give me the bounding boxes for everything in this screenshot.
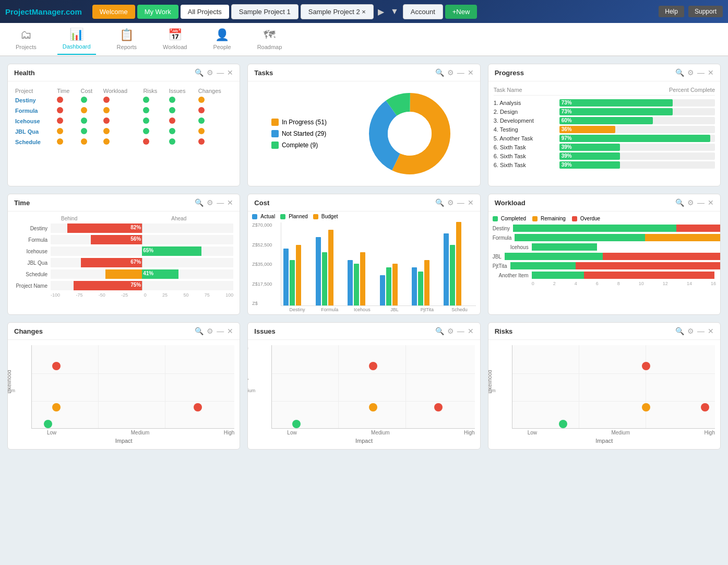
changes-grid xyxy=(31,345,234,429)
progress-search-icon[interactable]: 🔍 xyxy=(675,68,684,77)
risks-close-icon[interactable]: ✕ xyxy=(708,327,714,335)
issues-x-labels: LowMediumHigh xyxy=(271,430,474,435)
scatter-dot xyxy=(369,362,377,370)
tasks-close-icon[interactable]: ✕ xyxy=(468,68,474,77)
support-button[interactable]: Support xyxy=(688,6,723,17)
progress-minimize-icon[interactable]: — xyxy=(697,68,705,77)
issues-minimize-icon[interactable]: — xyxy=(457,327,464,335)
cost-y1: Z$17,500 xyxy=(252,281,279,287)
progress-bar-label: 36% xyxy=(562,126,572,132)
progress-close-icon[interactable]: ✕ xyxy=(708,68,714,77)
health-search-icon[interactable]: 🔍 xyxy=(195,68,204,77)
time-search-icon[interactable]: 🔍 xyxy=(195,198,204,207)
workload-close-icon[interactable]: ✕ xyxy=(708,198,714,207)
changes-minimize-icon[interactable]: — xyxy=(217,327,224,335)
progress-row: 5. Another Task 97% xyxy=(494,135,715,142)
progress-panel-icons: 🔍 ⚙ — ✕ xyxy=(675,68,714,77)
changes-close-icon[interactable]: ✕ xyxy=(227,327,233,335)
health-project-name[interactable]: JBL Qua xyxy=(13,126,55,137)
nav-expand-arrow[interactable]: ▶ xyxy=(376,5,386,19)
progress-col-taskname: Task Name xyxy=(494,87,604,93)
cost-actual-bar xyxy=(380,275,385,305)
health-panel: Health 🔍 ⚙ — ✕ Project Time Cost Workloa… xyxy=(7,64,240,186)
health-project-name[interactable]: Destiny xyxy=(13,95,55,105)
cost-minimize-icon[interactable]: — xyxy=(457,198,464,207)
nav-project1[interactable]: Sample Project 1 xyxy=(231,4,299,19)
health-title: Health xyxy=(14,69,35,77)
wl-overdue-bar xyxy=(603,253,721,260)
risks-scatter-wrapper: Likelihood LowMediumHigh LowMediumHigh xyxy=(494,345,715,435)
health-settings-icon[interactable]: ⚙ xyxy=(207,68,213,77)
risks-settings-icon[interactable]: ⚙ xyxy=(687,327,694,335)
changes-panel: Changes 🔍 ⚙ — ✕ Likelihood LowMediumHigh xyxy=(7,322,240,450)
nav-welcome[interactable]: Welcome xyxy=(92,5,135,19)
cost-planned-label: Planned xyxy=(289,214,308,219)
wl-row-label: Destiny xyxy=(493,226,513,231)
nav-dropdown-arrow[interactable]: ▼ xyxy=(388,5,401,18)
changes-x-labels: LowMediumHigh xyxy=(31,430,234,435)
health-project-name[interactable]: Schedule xyxy=(13,137,55,147)
issues-close-icon[interactable]: ✕ xyxy=(468,327,474,335)
nav-reports[interactable]: 📋 Reports xyxy=(112,24,142,54)
cost-actual-bar xyxy=(412,267,417,305)
nav-account[interactable]: Account xyxy=(403,4,443,19)
progress-row: 1. Analysis 73% xyxy=(494,99,715,107)
help-button[interactable]: Help xyxy=(659,6,684,17)
wl-row-bars xyxy=(515,234,721,241)
workload-settings-icon[interactable]: ⚙ xyxy=(687,198,694,207)
cost-settings-icon[interactable]: ⚙ xyxy=(447,198,454,207)
nav-mywork[interactable]: My Work xyxy=(137,5,178,19)
time-row: Project Name 75% xyxy=(14,281,233,290)
health-row: Schedule xyxy=(13,137,234,147)
health-minimize-icon[interactable]: — xyxy=(217,68,224,77)
progress-bar-label: 73% xyxy=(562,109,572,114)
cost-budget-bar xyxy=(328,230,333,305)
changes-settings-icon[interactable]: ⚙ xyxy=(207,327,213,335)
time-header: Time 🔍 ⚙ — ✕ xyxy=(8,194,240,211)
dashboard-icon: 📊 xyxy=(69,28,83,41)
people-icon: 👤 xyxy=(215,28,229,42)
health-project-name[interactable]: Formula xyxy=(13,105,55,116)
nav-allprojects[interactable]: All Projects xyxy=(181,5,229,19)
changes-search-icon[interactable]: 🔍 xyxy=(195,327,204,335)
issues-search-icon[interactable]: 🔍 xyxy=(435,327,444,335)
tasks-settings-icon[interactable]: ⚙ xyxy=(447,68,454,77)
progress-bar-bg: 73% xyxy=(559,99,715,107)
cost-x-label: PjtTita xyxy=(411,307,443,312)
wl-row-bars xyxy=(532,272,716,279)
nav-people[interactable]: 👤 People xyxy=(208,24,236,54)
workload-search-icon[interactable]: 🔍 xyxy=(675,198,684,207)
workload-minimize-icon[interactable]: — xyxy=(697,198,705,207)
time-ahead-label: Ahead xyxy=(171,216,186,221)
progress-task-name: 4. Testing xyxy=(494,126,556,133)
nav-workload[interactable]: 📅 Workload xyxy=(158,24,192,54)
nav-projects[interactable]: 🗂 Projects xyxy=(10,24,42,54)
health-project-name[interactable]: Icehouse xyxy=(13,116,55,126)
risks-minimize-icon[interactable]: — xyxy=(697,327,705,335)
tasks-search-icon[interactable]: 🔍 xyxy=(435,68,444,77)
time-close-icon[interactable]: ✕ xyxy=(227,198,233,207)
progress-bar-bg: 60% xyxy=(559,117,715,124)
nav-new-button[interactable]: +New xyxy=(445,5,478,19)
wl-completed-bar xyxy=(515,234,645,241)
time-axis-labels: Behind Ahead xyxy=(14,216,233,221)
nav-project2[interactable]: Sample Project 2 × xyxy=(301,4,374,19)
risks-search-icon[interactable]: 🔍 xyxy=(675,327,684,335)
cost-search-icon[interactable]: 🔍 xyxy=(435,198,444,207)
cost-close-icon[interactable]: ✕ xyxy=(468,198,474,207)
nav-roadmap[interactable]: 🗺 Roadmap xyxy=(252,24,288,54)
issues-settings-icon[interactable]: ⚙ xyxy=(447,327,454,335)
time-settings-icon[interactable]: ⚙ xyxy=(207,198,213,207)
progress-bar-label: 39% xyxy=(562,153,572,159)
tasks-minimize-icon[interactable]: — xyxy=(457,68,464,77)
cost-group xyxy=(444,222,473,305)
cost-group xyxy=(380,264,410,305)
time-bar-label: JBL Qua xyxy=(14,260,51,266)
legend-complete-label: Complete (9) xyxy=(282,142,318,149)
progress-bar-label: 39% xyxy=(562,144,572,150)
health-close-icon[interactable]: ✕ xyxy=(227,68,233,77)
time-minimize-icon[interactable]: — xyxy=(217,198,224,207)
time-bar-track: 56% xyxy=(51,235,233,244)
nav-dashboard[interactable]: 📊 Dashboard xyxy=(57,23,96,55)
progress-settings-icon[interactable]: ⚙ xyxy=(687,68,694,77)
